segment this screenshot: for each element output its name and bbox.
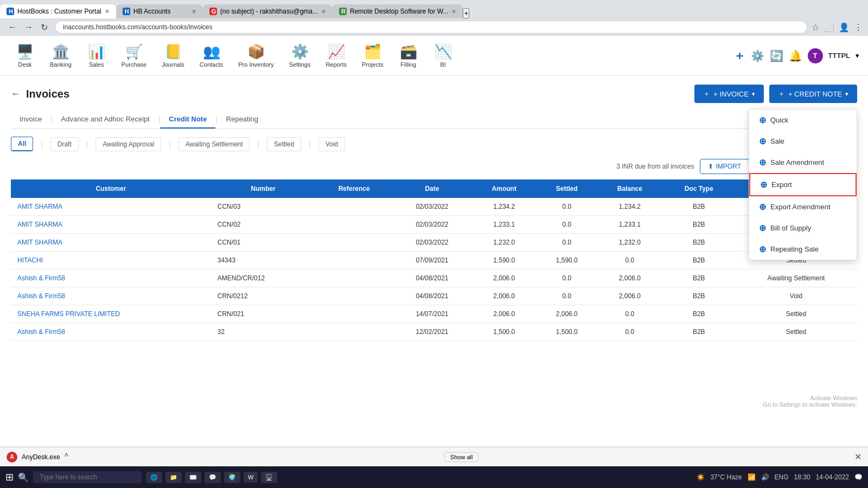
- menu-icon[interactable]: ⋮: [854, 22, 863, 33]
- journals-label: Journals: [162, 61, 184, 68]
- cell-amount-4: 2,006.0: [471, 269, 537, 287]
- cell-settled-0: 0.0: [537, 198, 597, 216]
- tab-credit-note[interactable]: Credit Note: [160, 111, 215, 129]
- cell-customer-3[interactable]: HITACHI: [11, 252, 211, 269]
- toolbar-filling[interactable]: 🗃️ Filling: [392, 40, 425, 71]
- tab-1-close[interactable]: ✕: [105, 8, 110, 15]
- back-button[interactable]: ←: [11, 88, 21, 100]
- toolbar-settings[interactable]: ⚙️ Settings: [283, 40, 317, 71]
- tab-2-close[interactable]: ✕: [192, 8, 196, 15]
- dropdown-repeating-sale[interactable]: ⊕ Repeating Sale: [749, 239, 857, 260]
- cell-customer-4[interactable]: Ashish & Firm58: [11, 269, 211, 287]
- sync-button[interactable]: 🔄: [770, 49, 783, 62]
- app-toolbar: 🖥️ Desk 🏛️ Banking 📊 Sales 🛒 Purchase 📒 …: [0, 36, 868, 76]
- page-actions: ＋ + INVOICE ▾ ＋ + CREDIT NOTE ▾ ⊕ Quick …: [694, 85, 857, 103]
- cell-customer-1[interactable]: AMIT SHARMA: [11, 216, 211, 234]
- reload-button[interactable]: ↻: [38, 21, 50, 34]
- toolbar-purchase[interactable]: 🛒 Purchase: [115, 40, 153, 71]
- extension-icon[interactable]: ⬜: [824, 22, 834, 33]
- browser-chrome: H HostBooks : Customer Portal ✕ H HB Acc…: [0, 0, 868, 36]
- notification-button[interactable]: 🔔: [789, 49, 802, 62]
- tab-advance[interactable]: Advance and Adhoc Receipt: [53, 111, 158, 129]
- filter-row: All | Draft | Awaiting Approval | Awaiti…: [11, 137, 857, 151]
- cell-status-6: Settled: [735, 305, 857, 323]
- company-dropdown-icon[interactable]: ▾: [856, 52, 859, 60]
- forward-nav-button[interactable]: →: [22, 21, 36, 33]
- user-avatar[interactable]: T: [808, 48, 823, 63]
- profile-icon[interactable]: 👤: [839, 22, 850, 33]
- cell-balance-6: 0.0: [597, 305, 662, 323]
- activate-windows-watermark: Activate Windows Go to Settings to activ…: [763, 395, 857, 408]
- filter-awaiting-settlement[interactable]: Awaiting Settlement: [178, 137, 250, 151]
- browser-right-icons: ☆ ⬜ 👤 ⋮: [812, 22, 863, 33]
- pro-inventory-label: Pro Inventory: [238, 61, 273, 68]
- filter-all[interactable]: All: [11, 137, 33, 151]
- toolbar-desk[interactable]: 🖥️ Desk: [9, 40, 41, 71]
- invoice-button[interactable]: ＋ + INVOICE ▾: [694, 85, 764, 103]
- cell-amount-7: 1,500.0: [471, 323, 537, 341]
- filter-draft[interactable]: Draft: [50, 137, 79, 151]
- cell-customer-0[interactable]: AMIT SHARMA: [11, 198, 211, 216]
- filter-void[interactable]: Void: [318, 137, 345, 151]
- projects-label: Projects: [362, 61, 384, 68]
- import-icon: ⬆: [708, 163, 713, 170]
- cell-reference-0: [316, 198, 393, 216]
- sale-amendment-plus-icon: ⊕: [759, 157, 766, 168]
- tab-3-close[interactable]: ✕: [321, 8, 326, 15]
- dropdown-repeating-sale-label: Repeating Sale: [770, 245, 819, 253]
- toolbar-pro-inventory[interactable]: 📦 Pro Inventory: [232, 40, 280, 71]
- cell-settled-2: 0.0: [537, 234, 597, 252]
- dropdown-sale-amendment[interactable]: ⊕ Sale Amendment: [749, 152, 857, 173]
- cell-balance-3: 0.0: [597, 252, 662, 269]
- tab-4-close[interactable]: ✕: [451, 8, 456, 15]
- tab-2[interactable]: H HB Accounts ✕: [116, 4, 203, 18]
- add-button[interactable]: ＋: [733, 48, 745, 64]
- tab-3[interactable]: G (no subject) - rakshithasu@gma... ✕: [203, 4, 333, 18]
- settings-label: Settings: [289, 61, 311, 68]
- dropdown-export-amendment[interactable]: ⊕ Export Amendment: [749, 196, 857, 217]
- cell-customer-7[interactable]: Ashish & Firm58: [11, 323, 211, 341]
- toolbar-sales[interactable]: 📊 Sales: [80, 40, 113, 71]
- dropdown-export[interactable]: ⊕ Export: [749, 173, 857, 196]
- toolbar-banking[interactable]: 🏛️ Banking: [43, 40, 78, 71]
- cell-date-2: 02/03/2022: [393, 234, 472, 252]
- bookmark-icon[interactable]: ☆: [812, 22, 819, 33]
- toolbar-projects[interactable]: 🗂️ Projects: [355, 40, 390, 71]
- credit-note-dropdown-arrow: ▾: [845, 91, 848, 98]
- filter-settled[interactable]: Settled: [267, 137, 301, 151]
- cell-reference-5: [316, 287, 393, 305]
- toolbar-contacts[interactable]: 👥 Contacts: [193, 40, 229, 71]
- cell-date-7: 12/02/2021: [393, 323, 472, 341]
- cell-customer-2[interactable]: AMIT SHARMA: [11, 234, 211, 252]
- col-number: Number: [211, 179, 316, 198]
- url-bar[interactable]: [55, 21, 807, 34]
- dropdown-bill-of-supply[interactable]: ⊕ Bill of Supply: [749, 217, 857, 239]
- back-nav-button[interactable]: ←: [5, 21, 20, 33]
- cell-amount-5: 2,006.0: [471, 287, 537, 305]
- tab-1[interactable]: H HostBooks : Customer Portal ✕: [0, 4, 116, 18]
- toolbar-bi[interactable]: 📉 BI: [427, 40, 459, 71]
- gear-button[interactable]: ⚙️: [751, 49, 764, 62]
- new-tab-button[interactable]: +: [463, 8, 469, 18]
- toolbar-journals[interactable]: 📒 Journals: [155, 40, 191, 71]
- tab-repeating[interactable]: Repeating: [218, 111, 267, 129]
- projects-icon: 🗂️: [364, 43, 381, 60]
- dropdown-sale[interactable]: ⊕ Sale: [749, 131, 857, 152]
- cell-customer-6[interactable]: SNEHA FARMS PRIVATE LIMITED: [11, 305, 211, 323]
- tab-4[interactable]: R Remote Desktop Software for W... ✕: [333, 4, 463, 18]
- cell-customer-5[interactable]: Ashish & Firm58: [11, 287, 211, 305]
- col-balance: Balance: [597, 179, 662, 198]
- cell-settled-4: 0.0: [537, 269, 597, 287]
- import-button[interactable]: ⬆ IMPORT: [700, 159, 749, 174]
- table-row: AMIT SHARMA CCN/01 02/03/2022 1,232.0 0.…: [11, 234, 857, 252]
- dropdown-export-amendment-label: Export Amendment: [770, 203, 831, 211]
- cell-settled-1: 0.0: [537, 216, 597, 234]
- dropdown-quick[interactable]: ⊕ Quick: [749, 110, 857, 131]
- cell-number-0: CCN/03: [211, 198, 316, 216]
- cell-date-5: 04/08/2021: [393, 287, 472, 305]
- filling-icon: 🗃️: [400, 43, 417, 60]
- tab-invoice[interactable]: Invoice: [11, 111, 50, 129]
- filter-awaiting-approval[interactable]: Awaiting Approval: [95, 137, 161, 151]
- toolbar-reports[interactable]: 📈 Reports: [319, 40, 353, 71]
- credit-note-button[interactable]: ＋ + CREDIT NOTE ▾: [769, 85, 857, 103]
